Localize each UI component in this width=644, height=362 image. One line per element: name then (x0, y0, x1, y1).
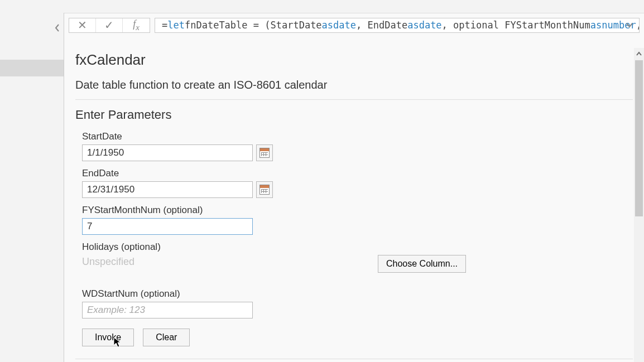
vertical-scrollbar[interactable] (634, 48, 644, 362)
selected-query-row[interactable] (0, 60, 64, 76)
formula-text: fnDateTable = (StartDate (185, 20, 322, 31)
section-heading: Enter Parameters (75, 108, 633, 122)
fystart-input[interactable] (82, 218, 253, 235)
formula-kw: as (590, 20, 602, 31)
formula-kw: as (322, 20, 333, 31)
param-label: EndDate (82, 168, 633, 179)
close-icon: ✕ (78, 18, 87, 32)
enddate-input[interactable] (82, 181, 253, 198)
holidays-unspecified: Unspecified (82, 256, 378, 268)
calendar-icon (259, 148, 270, 158)
scroll-thumb[interactable] (635, 60, 643, 216)
fx-icon: fx (133, 18, 140, 32)
formula-bar-buttons: ✕ ✓ fx (69, 18, 150, 33)
formula-kw: let (167, 20, 185, 31)
param-fystart: FYStartMonthNum (optional) (82, 205, 633, 235)
main-area: ✕ ✓ fx = let fnDateTable = (StartDate as… (64, 13, 644, 362)
choose-column-button[interactable]: Choose Column... (378, 255, 466, 273)
content: fxCalendar Date table function to create… (64, 47, 644, 362)
param-label: FYStartMonthNum (optional) (82, 205, 633, 216)
param-label: Holidays (optional) (82, 242, 633, 253)
formula-text: , EndDate (356, 20, 407, 31)
chevron-down-icon (626, 22, 633, 28)
expand-formula-button[interactable] (622, 18, 637, 32)
startdate-picker-button[interactable] (256, 144, 273, 161)
formula-bar: ✕ ✓ fx = let fnDateTable = (StartDate as… (64, 13, 644, 37)
chevron-up-icon (636, 51, 642, 56)
formula-text: , optional FYStartMonthNum (442, 20, 590, 31)
cancel-formula-button[interactable]: ✕ (69, 18, 96, 32)
formula-input[interactable]: = let fnDateTable = (StartDate as date ,… (155, 18, 640, 33)
formula-kw: as (407, 20, 419, 31)
calendar-icon (259, 185, 270, 195)
commit-formula-button[interactable]: ✓ (96, 18, 123, 32)
collapse-sidebar-button[interactable] (52, 22, 63, 33)
fx-button[interactable]: fx (123, 18, 150, 32)
enddate-picker-button[interactable] (256, 181, 273, 198)
formula-type: date (419, 20, 442, 31)
function-title: fxCalendar (75, 51, 633, 69)
check-icon: ✓ (104, 18, 114, 32)
content-scroll: fxCalendar Date table function to create… (64, 47, 644, 362)
param-holidays: Holidays (optional) Unspecified Choose C… (82, 242, 633, 273)
startdate-input[interactable] (82, 144, 253, 161)
param-label: StartDate (82, 131, 633, 142)
queries-sidebar (0, 13, 64, 362)
clear-button[interactable]: Clear (143, 329, 190, 346)
top-spacer (0, 0, 644, 13)
action-row: Invoke Clear (82, 329, 633, 346)
formula-text: = (162, 20, 167, 31)
wdstart-input[interactable] (82, 302, 253, 318)
invoke-button[interactable]: Invoke (82, 329, 134, 346)
divider (75, 99, 633, 100)
param-wdstart: WDStartNum (optional) (82, 288, 633, 318)
param-enddate: EndDate (82, 168, 633, 198)
param-startdate: StartDate (82, 131, 633, 161)
formula-type: date (333, 20, 356, 31)
function-description: Date table function to create an ISO-860… (75, 79, 633, 91)
scroll-up-button[interactable] (634, 48, 644, 59)
bottom-divider (75, 359, 633, 359)
param-label: WDStartNum (optional) (82, 288, 633, 300)
